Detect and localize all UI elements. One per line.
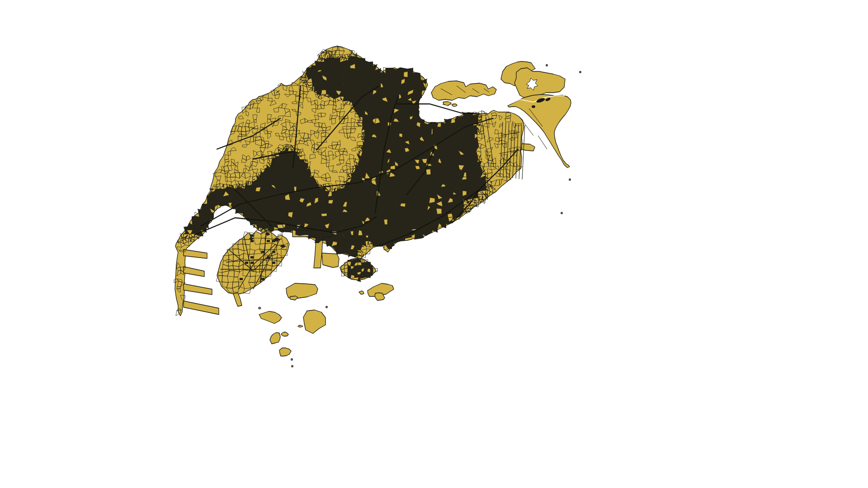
- map-canvas-svg: [0, 0, 750, 391]
